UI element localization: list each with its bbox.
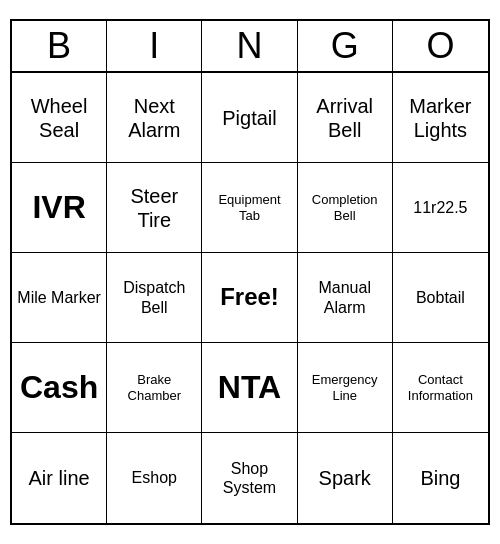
bingo-cell: Wheel Seal bbox=[12, 73, 107, 163]
bingo-cell: Mile Marker bbox=[12, 253, 107, 343]
bingo-cell: Bing bbox=[393, 433, 488, 523]
cell-text: Eshop bbox=[132, 468, 177, 487]
bingo-header: BINGO bbox=[12, 21, 488, 73]
bingo-cell: Eshop bbox=[107, 433, 202, 523]
cell-text: Emergency Line bbox=[302, 372, 388, 403]
bingo-cell: Next Alarm bbox=[107, 73, 202, 163]
cell-text: Pigtail bbox=[222, 106, 276, 130]
cell-text: Cash bbox=[20, 368, 98, 406]
cell-text: Arrival Bell bbox=[302, 94, 388, 142]
cell-text: Next Alarm bbox=[111, 94, 197, 142]
cell-text: Air line bbox=[29, 466, 90, 490]
bingo-cell: NTA bbox=[202, 343, 297, 433]
bingo-cell: Contact Information bbox=[393, 343, 488, 433]
bingo-cell: Marker Lights bbox=[393, 73, 488, 163]
cell-text: 11r22.5 bbox=[413, 198, 467, 217]
header-letter: B bbox=[12, 21, 107, 71]
bingo-cell: Brake Chamber bbox=[107, 343, 202, 433]
cell-text: Manual Alarm bbox=[302, 278, 388, 316]
cell-text: Equipment Tab bbox=[206, 192, 292, 223]
bingo-cell: Emergency Line bbox=[298, 343, 393, 433]
cell-text: Contact Information bbox=[397, 372, 484, 403]
cell-text: Bing bbox=[420, 466, 460, 490]
bingo-cell: Free! bbox=[202, 253, 297, 343]
cell-text: Bobtail bbox=[416, 288, 465, 307]
bingo-cell: Air line bbox=[12, 433, 107, 523]
bingo-cell: Dispatch Bell bbox=[107, 253, 202, 343]
bingo-cell: Cash bbox=[12, 343, 107, 433]
cell-text: NTA bbox=[218, 368, 281, 406]
bingo-card: BINGO Wheel SealNext AlarmPigtailArrival… bbox=[10, 19, 490, 525]
cell-text: Mile Marker bbox=[17, 288, 101, 307]
cell-text: Marker Lights bbox=[397, 94, 484, 142]
cell-text: Shop System bbox=[206, 459, 292, 497]
header-letter: I bbox=[107, 21, 202, 71]
bingo-cell: Arrival Bell bbox=[298, 73, 393, 163]
bingo-cell: Spark bbox=[298, 433, 393, 523]
header-letter: G bbox=[298, 21, 393, 71]
cell-text: Steer Tire bbox=[111, 184, 197, 232]
bingo-cell: Bobtail bbox=[393, 253, 488, 343]
bingo-cell: IVR bbox=[12, 163, 107, 253]
cell-text: Free! bbox=[220, 283, 279, 312]
cell-text: Wheel Seal bbox=[16, 94, 102, 142]
bingo-cell: Pigtail bbox=[202, 73, 297, 163]
cell-text: Brake Chamber bbox=[111, 372, 197, 403]
header-letter: N bbox=[202, 21, 297, 71]
cell-text: Completion Bell bbox=[302, 192, 388, 223]
bingo-cell: Completion Bell bbox=[298, 163, 393, 253]
bingo-grid: Wheel SealNext AlarmPigtailArrival BellM… bbox=[12, 73, 488, 523]
cell-text: Spark bbox=[319, 466, 371, 490]
bingo-cell: Equipment Tab bbox=[202, 163, 297, 253]
header-letter: O bbox=[393, 21, 488, 71]
bingo-cell: Shop System bbox=[202, 433, 297, 523]
cell-text: Dispatch Bell bbox=[111, 278, 197, 316]
cell-text: IVR bbox=[32, 188, 85, 226]
bingo-cell: Steer Tire bbox=[107, 163, 202, 253]
bingo-cell: 11r22.5 bbox=[393, 163, 488, 253]
bingo-cell: Manual Alarm bbox=[298, 253, 393, 343]
